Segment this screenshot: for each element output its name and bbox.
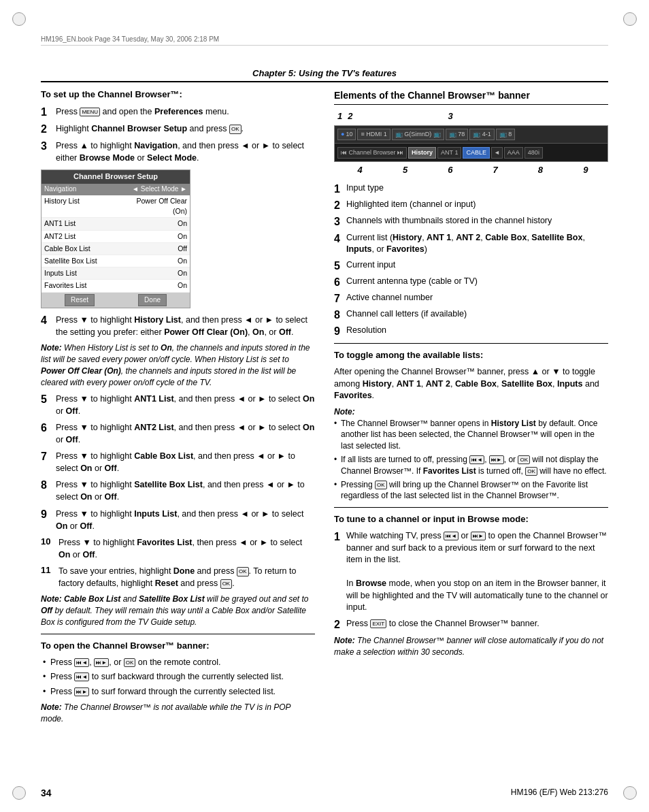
cbs-table-header: Navigation ◄ Select Mode ►: [41, 184, 190, 195]
banner-cell-history: History: [408, 147, 436, 159]
item-4-num: 4: [334, 232, 346, 256]
navigation-label: Navigation: [134, 141, 178, 150]
banner-cell-cable: CABLE: [463, 147, 490, 159]
ok-icon-step11b: OK: [220, 579, 233, 589]
tune-step-2: 2 Press EXIT to close the Channel Browse…: [334, 618, 608, 631]
step-7: 7 Press ▼ to highlight Cable Box List, a…: [41, 450, 315, 474]
note-2: Note: Cable Box List and Satellite Box L…: [41, 594, 315, 628]
footer-page-num: 34: [41, 787, 52, 798]
step-3-content: Press ▲ to highlight Navigation, and the…: [56, 140, 315, 164]
chapter-title: Chapter 5: Using the TV's features: [252, 68, 397, 78]
note-3: Note: The Channel Browser™ is not availa…: [41, 702, 315, 725]
item-2: 2 Highlighted item (channel or input): [334, 199, 608, 212]
step-11: 11 To save your entries, highlight Done …: [41, 565, 315, 589]
step-2-num: 2: [41, 123, 56, 135]
banner-top-numbers: 1 2 3: [334, 110, 608, 123]
step-10-content: Press ▼ to highlight Favorites List, the…: [59, 536, 315, 561]
note-1: Note: When History List is set to On, th…: [41, 342, 315, 388]
step-4-num: 4: [41, 314, 56, 327]
toggle-text: After opening the Channel Browser™ banne…: [334, 366, 608, 402]
cbs-row-1: ANT1 List On: [41, 218, 190, 230]
open-banner-title: To open the Channel Browser™ banner:: [41, 640, 315, 653]
corner-mark-tl: [12, 12, 26, 26]
bullet-1: Press ⏮◄ to surf backward through the cu…: [41, 671, 315, 683]
done-button[interactable]: Done: [138, 294, 167, 307]
cbs-row-0-name: History List: [44, 196, 122, 216]
icon-ok3-note4: OK: [375, 481, 387, 489]
cbs-row-3: Cable Box List Off: [41, 243, 190, 255]
browse-mode-label: Browse Mode: [80, 153, 135, 163]
banner-cell-hdmi1: ≡ HDMI 1: [357, 129, 390, 140]
tune-step-2-content: Press EXIT to close the Channel Browser™…: [346, 618, 608, 631]
step-9: 9 Press ▼ to highlight Inputs List, and …: [41, 508, 315, 532]
banner-cell-ant1: ANT 1: [437, 147, 461, 159]
step-7-content: Press ▼ to highlight Cable Box List, and…: [56, 450, 315, 474]
tune-step-2-num: 2: [334, 618, 346, 631]
icon-back-note4: ⏮◄: [469, 455, 484, 464]
item-8: 8 Channel call letters (if available): [334, 308, 608, 321]
reset-button[interactable]: Reset: [65, 294, 95, 307]
item-5-num: 5: [334, 259, 346, 272]
divider-right-2: [334, 507, 608, 508]
tune-step-1: 1 While watching TV, press ⏮◄ or ⏭► to o…: [334, 530, 608, 614]
left-section-title: To set up the Channel Browser™:: [41, 88, 315, 101]
cbs-row-6: Favorites List On: [41, 280, 190, 292]
chapter-header: Chapter 5: Using the TV's features: [41, 68, 608, 82]
item-2-text: Highlighted item (channel or input): [346, 199, 608, 212]
icon-exit: EXIT: [370, 619, 386, 628]
divider-right-1: [334, 343, 608, 344]
preferences-label: Preferences: [154, 107, 203, 116]
banner-num-7: 7: [493, 164, 498, 177]
step-9-num: 9: [41, 508, 56, 521]
right-section-title: Elements of the Channel Browser™ banner: [334, 88, 608, 105]
item-8-num: 8: [334, 308, 346, 321]
ok-icon-bullet: OK: [124, 658, 136, 667]
corner-mark-tr: [623, 12, 637, 26]
cbs-row-2-val: On: [122, 231, 187, 242]
banner-top-row: ● 10 ≡ HDMI 1 📺 G(SimnD) 📺 📺 78 📺 4-1 📺 …: [335, 126, 608, 144]
step-4: 4 Press ▼ to highlight History List, and…: [41, 314, 315, 338]
icon-fwd-note4: ⏭►: [489, 455, 504, 464]
banner-bottom-numbers: 4 5 6 7 8 9: [334, 164, 608, 177]
item-6-num: 6: [334, 276, 346, 289]
ok-icon-step11a: OK: [237, 567, 249, 576]
item-5-text: Current input: [346, 259, 608, 272]
note-4: Note: The Channel Browser™ banner opens …: [334, 406, 608, 502]
cbs-header-nav: Navigation: [44, 184, 116, 195]
banner-num-6: 6: [448, 164, 452, 177]
content-area: To set up the Channel Browser™: 1 Press …: [41, 88, 608, 771]
note-5: Note: The Channel Browser™ banner will c…: [334, 635, 608, 658]
left-column: To set up the Channel Browser™: 1 Press …: [41, 88, 315, 771]
item-4-text: Current list (History, ANT 1, ANT 2, Cab…: [346, 232, 608, 256]
step-1-num: 1: [41, 105, 56, 118]
step-6-num: 6: [41, 421, 56, 434]
icon-ok2-note4: OK: [525, 467, 537, 476]
footer-right: HM196 (E/F) Web 213:276: [511, 787, 608, 798]
step-3-num: 3: [41, 140, 56, 152]
step-10: 10 Press ▼ to highlight Favorites List, …: [41, 536, 315, 561]
bullet-0: Press ⏮◄, ⏭►, or OK on the remote contro…: [41, 657, 315, 669]
cbs-row-5-val: On: [122, 268, 187, 278]
step-11-content: To save your entries, highlight Done and…: [59, 565, 315, 589]
cbs-row-5-name: Inputs List: [44, 268, 122, 278]
step-1: 1 Press MENU and open the Preferences me…: [41, 105, 315, 118]
banner-cell-4-1: 📺 4-1: [469, 129, 495, 140]
cbs-row-3-val: Off: [122, 244, 187, 254]
select-mode-label: Select Mode: [147, 153, 197, 163]
channel-browser-setup-label: Channel Browser Setup: [91, 124, 187, 133]
corner-mark-bl: [12, 786, 26, 800]
cbs-header-mode: ◄ Select Mode ►: [116, 184, 187, 195]
right-column: Elements of the Channel Browser™ banner …: [334, 88, 608, 771]
item-7: 7 Active channel number: [334, 292, 608, 305]
banner-diagram: 1 2 3 ● 10 ≡ HDMI 1 📺 G(SimnD) 📺 📺 78 📺 …: [334, 110, 608, 177]
item-3-text: Channels with thumbnails stored in the c…: [346, 215, 608, 228]
step-1-content: Press MENU and open the Preferences menu…: [56, 105, 315, 118]
banner-cell-gsim: 📺 G(SimnD) 📺: [392, 129, 444, 140]
banner-cell-10: ● 10: [337, 129, 356, 140]
banner-cell-aaa: AAA: [504, 147, 523, 159]
banner-num-5: 5: [403, 164, 407, 177]
banner-cell-8: 📺 8: [496, 129, 516, 140]
cbs-row-0-val: Power Off Clear (On): [122, 196, 187, 216]
banner-cell-arrow: ◄: [491, 147, 503, 159]
ok-button-icon: OK: [229, 125, 242, 134]
